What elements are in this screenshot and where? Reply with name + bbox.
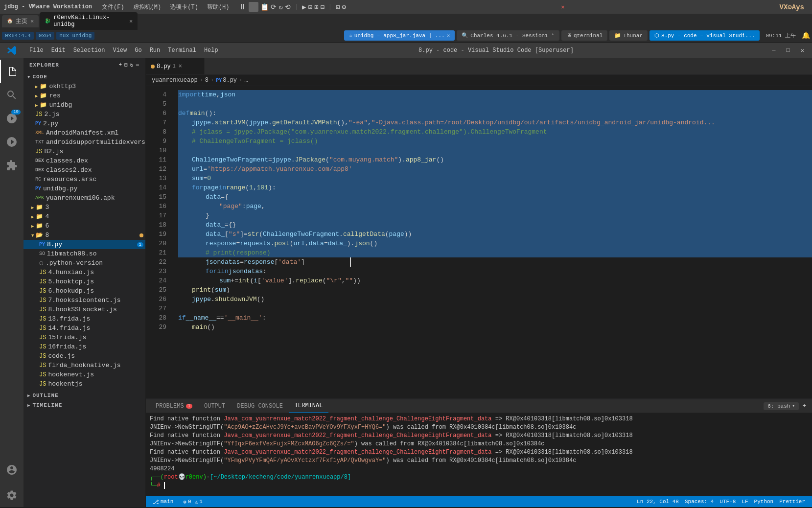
toolbar-terminal[interactable]: ⊡ bbox=[336, 3, 340, 11]
activity-extensions[interactable] bbox=[0, 154, 23, 177]
tree-16frida[interactable]: JS 16frida.js bbox=[23, 342, 145, 351]
new-terminal-btn[interactable]: + bbox=[801, 402, 808, 411]
tab-close-btn[interactable]: × bbox=[179, 63, 182, 70]
menu-help[interactable]: 帮助(H) bbox=[203, 2, 233, 12]
toolbar-btn8[interactable]: ⊞ bbox=[314, 3, 318, 11]
menu-tab[interactable]: 选项卡(T) bbox=[166, 2, 202, 12]
tab-8py[interactable]: 8.py 1 × bbox=[146, 58, 205, 74]
tree-multidex[interactable]: TXT androidsupportmultidexversion.txt bbox=[23, 138, 145, 147]
breadcrumb-part3[interactable]: PY8.py bbox=[216, 77, 237, 84]
menu-view[interactable]: View bbox=[109, 45, 131, 56]
bash-selector[interactable]: 6: bash ▾ bbox=[764, 402, 799, 410]
section-outline[interactable]: OUTLINE bbox=[23, 391, 145, 400]
breadcrumb-part2[interactable]: 8 bbox=[205, 77, 209, 84]
tree-unidbg[interactable]: 📁 unidbg bbox=[23, 100, 145, 110]
tree-resources[interactable]: RC resources.arsc bbox=[23, 175, 145, 184]
activity-debug[interactable] bbox=[0, 130, 23, 154]
tree-15frida[interactable]: JS 15frida.js bbox=[23, 333, 145, 342]
tree-2py[interactable]: PY 2.py bbox=[23, 119, 145, 128]
tree-6hookudp[interactable]: JS 6.hookudp.js bbox=[23, 286, 145, 296]
refresh-icon[interactable]: ↻ bbox=[130, 62, 134, 68]
menu-terminal[interactable]: Terminal bbox=[164, 45, 200, 56]
activity-settings[interactable] bbox=[0, 484, 23, 507]
tab-problems[interactable]: PROBLEMS 1 bbox=[150, 399, 198, 413]
tree-folder-8[interactable]: 📂 8 bbox=[23, 231, 145, 240]
section-timeline[interactable]: TIMELINE bbox=[23, 400, 145, 410]
tree-folder-3[interactable]: 📁 3 bbox=[23, 203, 145, 212]
tab-debug-console[interactable]: DEBUG CONSOLE bbox=[231, 399, 289, 413]
home-tab-close[interactable]: ✕ bbox=[30, 18, 34, 25]
section-code[interactable]: CODE bbox=[23, 72, 145, 82]
status-errors[interactable]: ⊗ 0 ⚠ 1 bbox=[180, 499, 205, 505]
breadcrumb-part1[interactable]: yuanrenxueapp bbox=[152, 77, 198, 84]
status-language[interactable]: Python bbox=[751, 499, 777, 505]
terminal-output[interactable]: Find native function Java_com_yuanrenxue… bbox=[146, 413, 812, 496]
tree-4hunxiao[interactable]: JS 4.hunxiao.js bbox=[23, 268, 145, 277]
tree-8py[interactable]: PY 8.py 1 bbox=[23, 240, 145, 249]
new-folder-icon[interactable]: ⊞ bbox=[124, 62, 128, 68]
unidbg-close[interactable]: ✕ bbox=[447, 32, 450, 39]
tree-res[interactable]: 📁 res bbox=[23, 91, 145, 100]
app-tab-kali[interactable]: 🐉 r0envKali.Linux-unidbg ✕ bbox=[40, 12, 138, 30]
tree-hookentjs[interactable]: JS hookentjs bbox=[23, 379, 145, 389]
toolbar-btn1[interactable] bbox=[249, 2, 258, 12]
tree-7hookssl[interactable]: JS 7.hooksslcontent.js bbox=[23, 296, 145, 305]
activity-explorer[interactable] bbox=[0, 60, 23, 83]
tree-folder-6[interactable]: 📁 6 bbox=[23, 221, 145, 231]
tree-14frida[interactable]: JS 14.frida.js bbox=[23, 323, 145, 333]
tree-8hooktcp[interactable]: JS 8.hookSSLsocket.js bbox=[23, 305, 145, 314]
toolbar-btn6[interactable]: ▶ bbox=[302, 3, 306, 11]
toolbar-settings[interactable]: ⚙ bbox=[342, 3, 346, 11]
tab-terminal[interactable]: TERMINAL bbox=[289, 399, 329, 413]
tree-okhttp3[interactable]: 📁 okhttp3 bbox=[23, 82, 145, 91]
tab-output[interactable]: OUTPUT bbox=[198, 399, 231, 413]
tree-classes2-dex[interactable]: DEX classes2.dex bbox=[23, 165, 145, 175]
status-branch[interactable]: ⎇ main bbox=[150, 499, 176, 505]
task-unidbg[interactable]: ☕ unidbg – app8_jar.java | ... ✕ bbox=[344, 30, 455, 41]
status-eol[interactable]: LF bbox=[739, 499, 751, 505]
status-position[interactable]: Ln 22, Col 48 bbox=[634, 499, 682, 505]
tree-classes-dex[interactable]: DEX classes.dex bbox=[23, 156, 145, 165]
tree-hookenevt[interactable]: JS hookenevt.js bbox=[23, 370, 145, 379]
status-formatter[interactable]: Prettier bbox=[776, 499, 808, 505]
toolbar-btn7[interactable]: ⊡ bbox=[308, 3, 312, 11]
tree-androidmanifest[interactable]: XML AndroidManifest.xml bbox=[23, 128, 145, 138]
tree-13frida[interactable]: JS 13.frida.js bbox=[23, 314, 145, 323]
code-content[interactable]: import time,json def main(): jpype.start… bbox=[170, 86, 812, 398]
tree-firda-hooknative[interactable]: JS firda_hooknative.js bbox=[23, 361, 145, 370]
tree-unidbg-py[interactable]: PY unidbg.py bbox=[23, 184, 145, 193]
menu-file[interactable]: 文件(F) bbox=[98, 2, 128, 12]
task-charles[interactable]: 🔍 Charles 4.6.1 - Session1 * bbox=[457, 30, 559, 41]
menu-file[interactable]: File bbox=[25, 45, 47, 56]
activity-account[interactable] bbox=[0, 458, 23, 482]
task-qterminal[interactable]: 🖥 qterminal bbox=[561, 30, 607, 41]
toolbar-btn5[interactable]: ⟲ bbox=[285, 3, 291, 11]
activity-search[interactable] bbox=[0, 83, 23, 107]
menu-vm[interactable]: 虚拟机(M) bbox=[129, 2, 165, 12]
close-vscode-btn[interactable]: ✕ bbox=[797, 46, 808, 55]
tree-folder-4[interactable]: 📁 4 bbox=[23, 212, 145, 221]
task-vscode[interactable]: ⬡ 8.py – code – Visual Studi... bbox=[650, 30, 760, 41]
toolbar-pause[interactable]: ⏸ bbox=[239, 2, 247, 12]
vmware-close[interactable]: ✕ bbox=[553, 0, 573, 14]
minimize-btn[interactable]: ─ bbox=[768, 46, 779, 55]
menu-help[interactable]: Help bbox=[200, 45, 222, 56]
tree-codejs[interactable]: JS code.js bbox=[23, 351, 145, 361]
menu-edit[interactable]: Edit bbox=[47, 45, 70, 56]
menu-go[interactable]: Go bbox=[131, 45, 145, 56]
activity-git[interactable]: 19 bbox=[0, 107, 23, 130]
new-file-icon[interactable]: + bbox=[119, 62, 123, 68]
tree-python-version[interactable]: ⬡ .python-version bbox=[23, 258, 145, 268]
maximize-btn[interactable]: □ bbox=[783, 46, 794, 55]
toolbar-btn4[interactable]: ↻ bbox=[278, 3, 282, 11]
kali-tab-close[interactable]: ✕ bbox=[129, 18, 133, 25]
menu-run[interactable]: Run bbox=[146, 45, 164, 56]
status-spaces[interactable]: Spaces: 4 bbox=[682, 499, 717, 505]
menu-selection[interactable]: Selection bbox=[70, 45, 109, 56]
tree-2js[interactable]: JS 2.js bbox=[23, 110, 145, 119]
toolbar-btn2[interactable]: 📋 bbox=[260, 3, 269, 11]
more-icon[interactable]: ⋯ bbox=[136, 62, 139, 68]
system-tray[interactable]: 🔔 bbox=[802, 31, 810, 40]
status-encoding[interactable]: UTF-8 bbox=[717, 499, 739, 505]
tree-yuanrenxue-apk[interactable]: APK yuanrenxuem106.apk bbox=[23, 193, 145, 203]
